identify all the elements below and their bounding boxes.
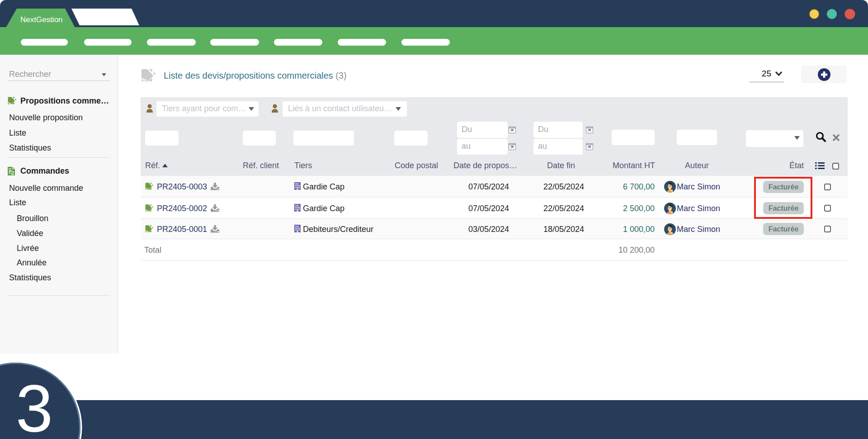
svg-text:3: 3 [16,371,53,439]
